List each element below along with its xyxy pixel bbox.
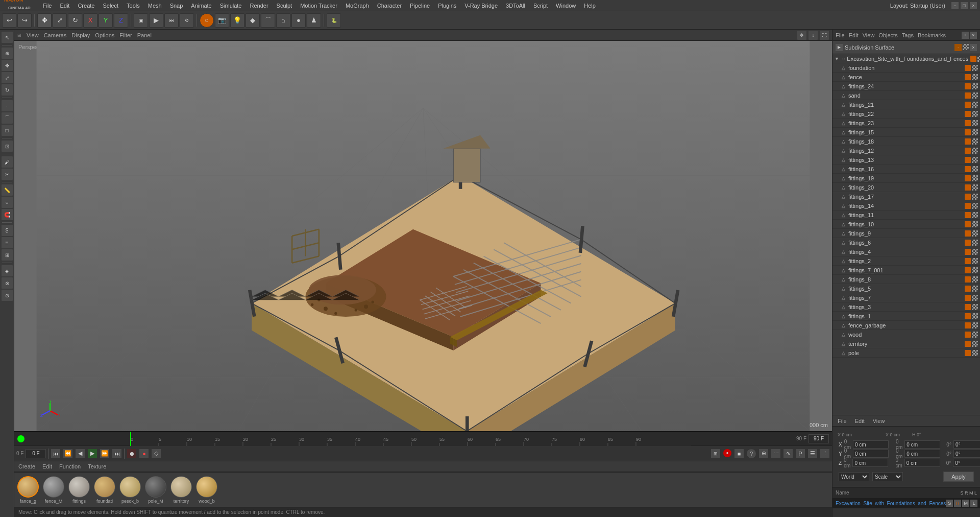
world-select[interactable]: World bbox=[839, 472, 869, 481]
obj-fittings-18[interactable]: △ fittings_18 bbox=[832, 137, 980, 146]
python-btn[interactable]: 🐍 bbox=[327, 13, 341, 28]
extra-3[interactable]: ⊙ bbox=[2, 290, 13, 301]
obj-fittings-17[interactable]: △ fittings_17 bbox=[832, 192, 980, 201]
obj-fence-garbage[interactable]: △ fence_garbage bbox=[832, 321, 980, 330]
menu-create[interactable]: Create bbox=[74, 0, 99, 11]
material-foundati[interactable]: foundati bbox=[94, 476, 115, 504]
window-maximize[interactable]: □ bbox=[961, 2, 968, 9]
rb-edit-tab[interactable]: Edit bbox=[852, 418, 868, 424]
y-rot-input[interactable] bbox=[904, 450, 940, 458]
obj-foundation[interactable]: △ foundation bbox=[832, 63, 980, 73]
record-circle[interactable]: ● bbox=[723, 449, 732, 458]
measure-tool[interactable]: 📏 bbox=[2, 184, 13, 196]
obj-sand[interactable]: △ sand bbox=[832, 91, 980, 100]
brush-tool[interactable]: ○ bbox=[2, 197, 13, 208]
panel-menu[interactable]: Panel bbox=[137, 32, 152, 38]
obj-root[interactable]: ▼ ○ Excavation_Site_with_Foundations_and… bbox=[832, 54, 980, 63]
menu-vray[interactable]: V-Ray Bridge bbox=[460, 0, 502, 11]
obj-fittings-1[interactable]: △ fittings_1 bbox=[832, 312, 980, 321]
menu-file[interactable]: File bbox=[39, 0, 56, 11]
obj-fittings-14[interactable]: △ fittings_14 bbox=[832, 201, 980, 210]
material-pole-m[interactable]: pole_M bbox=[145, 476, 166, 504]
menu-edit[interactable]: Edit bbox=[56, 0, 74, 11]
fast-forward-button[interactable]: ⏩ bbox=[100, 449, 110, 459]
obj-checker-dot[interactable] bbox=[963, 44, 969, 50]
camera-obj[interactable]: 📷 bbox=[215, 13, 229, 28]
auto-key-btn[interactable]: ● bbox=[139, 449, 149, 459]
poly-mode[interactable]: □ bbox=[2, 125, 13, 136]
menu-plugins[interactable]: Plugins bbox=[434, 0, 460, 11]
extra-2[interactable]: ⊗ bbox=[2, 277, 13, 289]
apply-button[interactable]: Apply bbox=[943, 472, 974, 482]
transform-x[interactable]: X bbox=[83, 13, 97, 28]
vp-move-icon[interactable]: ✥ bbox=[797, 31, 806, 40]
menu-simulate[interactable]: Simulate bbox=[216, 0, 246, 11]
workplane[interactable]: ⊞ bbox=[2, 249, 13, 261]
select-tool[interactable]: ↖ bbox=[2, 32, 13, 43]
goto-end-button[interactable]: ⏭ bbox=[112, 449, 122, 459]
obj-territory[interactable]: △ territory bbox=[832, 339, 980, 348]
right-tags-tab[interactable]: Tags bbox=[902, 32, 914, 38]
menu-pipeline[interactable]: Pipeline bbox=[406, 0, 434, 11]
vp-full-icon[interactable]: ⛶ bbox=[820, 31, 829, 40]
x-rot-input[interactable] bbox=[904, 440, 940, 449]
menu-mograph[interactable]: MoGraph bbox=[341, 0, 373, 11]
obj-fittings-23[interactable]: △ fittings_23 bbox=[832, 119, 980, 128]
tweak-mode[interactable]: ⊡ bbox=[2, 140, 13, 152]
obj-fittings-4[interactable]: △ fittings_4 bbox=[832, 247, 980, 256]
tab-function[interactable]: Function bbox=[57, 463, 83, 469]
menu-help[interactable]: Help bbox=[580, 0, 600, 11]
floor-snap[interactable]: ≡ bbox=[2, 237, 13, 248]
obj-pole[interactable]: △ pole bbox=[832, 348, 980, 358]
right-file-tab[interactable]: File bbox=[836, 32, 845, 38]
obj-fittings-10[interactable]: △ fittings_10 bbox=[832, 220, 980, 229]
redo-button[interactable]: ↪ bbox=[17, 13, 32, 28]
grid-btn[interactable]: ⋮ bbox=[820, 449, 830, 459]
r-btn[interactable]: R bbox=[954, 500, 961, 507]
viewport[interactable]: Perspective Grid Spacing : 1000 cm bbox=[14, 41, 832, 431]
rb-view-tab[interactable]: View bbox=[870, 418, 888, 424]
layer-btn[interactable]: ☰ bbox=[807, 449, 818, 459]
tab-edit[interactable]: Edit bbox=[40, 463, 54, 469]
menu-window[interactable]: Window bbox=[552, 0, 580, 11]
cameras-menu[interactable]: Cameras bbox=[44, 32, 67, 38]
goto-start-button[interactable]: ⏮ bbox=[51, 449, 61, 459]
obj-fittings-8[interactable]: △ fittings_8 bbox=[832, 275, 980, 284]
z-rot-input[interactable] bbox=[904, 459, 940, 467]
extra-1[interactable]: ◈ bbox=[2, 265, 13, 276]
menu-tools[interactable]: Tools bbox=[122, 0, 144, 11]
z-pos-input[interactable] bbox=[852, 459, 888, 467]
record-btn[interactable]: ⏺ bbox=[127, 449, 137, 459]
obj-fittings-9[interactable]: △ fittings_9 bbox=[832, 229, 980, 238]
material-territory[interactable]: territory bbox=[170, 476, 192, 504]
obj-fittings-13[interactable]: △ fittings_13 bbox=[832, 155, 980, 165]
menu-script[interactable]: Script bbox=[529, 0, 552, 11]
material-wood-b[interactable]: wood_b bbox=[196, 476, 217, 504]
window-close[interactable]: × bbox=[970, 2, 977, 9]
right-view-tab[interactable]: View bbox=[863, 32, 875, 38]
obj-fittings-2[interactable]: △ fittings_2 bbox=[832, 256, 980, 266]
x-pos-input[interactable] bbox=[853, 440, 889, 449]
paint-tool[interactable]: 🖌 bbox=[2, 156, 13, 168]
view-menu[interactable]: View bbox=[27, 32, 39, 38]
p-input[interactable] bbox=[953, 450, 980, 458]
param-btn[interactable]: P bbox=[795, 449, 805, 459]
window-minimize[interactable]: − bbox=[951, 2, 959, 9]
scale-lt[interactable]: ⤢ bbox=[2, 72, 13, 83]
rotate-lt[interactable]: ↻ bbox=[2, 84, 13, 96]
menu-snap[interactable]: Snap bbox=[166, 0, 187, 11]
material-fence-m[interactable]: fence_M bbox=[43, 476, 64, 504]
obj-fittings-3[interactable]: △ fittings_3 bbox=[832, 302, 980, 312]
menu-render[interactable]: Render bbox=[246, 0, 272, 11]
right-bookmarks-tab[interactable]: Bookmarks bbox=[918, 32, 946, 38]
right-panel-add[interactable]: + bbox=[962, 32, 969, 39]
m-btn[interactable]: M bbox=[962, 500, 969, 507]
menu-mesh[interactable]: Mesh bbox=[144, 0, 166, 11]
magnet-tool[interactable]: 🧲 bbox=[2, 209, 13, 220]
cube-obj[interactable]: ◆ bbox=[246, 13, 260, 28]
edge-mode[interactable]: ⌒ bbox=[2, 112, 13, 124]
transform-z[interactable]: Z bbox=[114, 13, 128, 28]
menu-motion-tracker[interactable]: Motion Tracker bbox=[296, 0, 341, 11]
object-list[interactable]: ▼ ○ Excavation_Site_with_Foundations_and… bbox=[832, 54, 980, 415]
frame-end-input[interactable] bbox=[808, 434, 829, 443]
